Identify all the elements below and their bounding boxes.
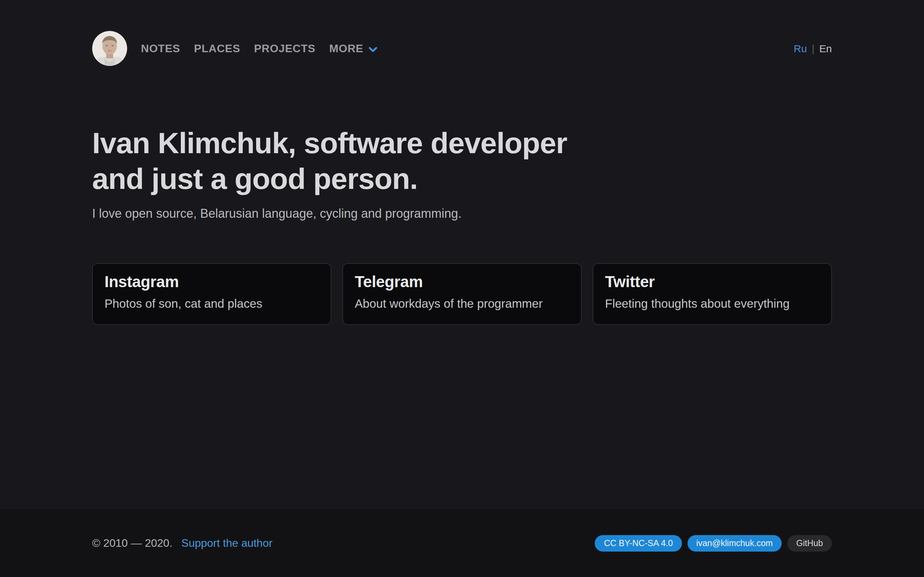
language-switcher: Ru | En [794,43,832,54]
license-badge[interactable]: CC BY-NC-SA 4.0 [595,535,682,551]
footer: © 2010 — 2020. Support the author CC BY-… [0,509,924,577]
footer-left: © 2010 — 2020. Support the author [92,537,273,549]
social-cards: Instagram Photos of son, cat and places … [92,263,832,325]
card-instagram-description: Photos of son, cat and places [105,297,319,311]
page-title-line1: Ivan Klimchuk, software developer [92,125,832,161]
lang-current-en: En [819,43,832,54]
github-badge[interactable]: GitHub [787,535,832,551]
main-content: Ivan Klimchuk, software developer and ju… [0,66,924,509]
nav-item-projects[interactable]: PROJECTS [254,42,315,55]
nav-item-notes[interactable]: NOTES [141,42,180,55]
card-twitter-description: Fleeting thoughts about everything [605,297,819,311]
nav-item-places[interactable]: PLACES [194,42,240,55]
page: NOTES PLACES PROJECTS MORE Ru | En [0,0,924,577]
nav-more-label: MORE [329,42,363,55]
card-twitter[interactable]: Twitter Fleeting thoughts about everythi… [593,263,832,325]
card-telegram-title: Telegram [355,273,569,291]
hero-subtitle: I love open source, Belarusian language,… [92,207,832,221]
header: NOTES PLACES PROJECTS MORE Ru | En [0,0,924,66]
avatar-photo-icon [92,31,127,66]
footer-badges: CC BY-NC-SA 4.0 ivan@klimchuk.com GitHub [595,535,832,551]
email-badge[interactable]: ivan@klimchuk.com [688,535,782,551]
main-nav: NOTES PLACES PROJECTS MORE [141,42,391,55]
hero-section: Ivan Klimchuk, software developer and ju… [92,125,832,221]
nav-item-more[interactable]: MORE [329,42,377,55]
card-twitter-title: Twitter [605,273,819,291]
chevron-down-icon [368,43,377,55]
card-instagram-title: Instagram [105,273,319,291]
page-title-line2: and just a good person. [92,161,832,197]
card-instagram[interactable]: Instagram Photos of son, cat and places [92,263,331,325]
lang-divider: | [812,43,814,54]
copyright-text: © 2010 — 2020. [92,537,173,549]
support-author-link[interactable]: Support the author [181,537,273,549]
card-telegram-description: About workdays of the programmer [355,297,569,311]
lang-link-ru[interactable]: Ru [794,43,807,54]
page-title: Ivan Klimchuk, software developer and ju… [92,125,832,197]
avatar[interactable] [92,31,127,66]
card-telegram[interactable]: Telegram About workdays of the programme… [342,263,582,325]
